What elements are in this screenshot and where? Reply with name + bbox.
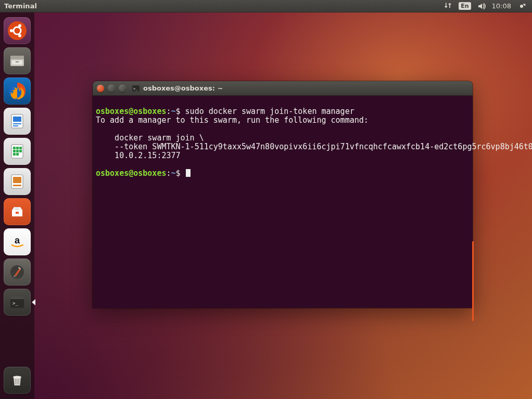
ubuntu-logo-icon [7,20,28,41]
svg-text:a: a [15,235,20,246]
svg-rect-25 [13,185,21,186]
svg-text:>_: >_ [133,87,138,91]
svg-rect-15 [13,147,16,149]
svg-rect-13 [13,125,18,126]
prompt-userhost: osboxes@osboxes [96,107,166,116]
svg-rect-18 [13,150,16,152]
terminal-window[interactable]: >_ osboxes@osboxes: ~ osboxes@osboxes:~$… [93,81,473,308]
launcher-amazon[interactable]: a [4,228,31,255]
settings-icon [8,263,27,281]
output-line: 10.0.2.15:2377 [96,151,181,160]
terminal-titlebar[interactable]: >_ osboxes@osboxes: ~ [93,81,473,96]
svg-rect-20 [19,150,22,152]
prompt-path: ~ [171,169,176,178]
trash-icon [8,371,27,390]
prompt-path: ~ [171,107,176,116]
terminal-cursor [186,169,191,177]
svg-rect-16 [16,147,19,149]
svg-point-32 [13,376,21,379]
firefox-icon [7,81,28,101]
window-maximize-button[interactable] [119,85,126,92]
svg-rect-35 [18,379,19,384]
top-panel: Terminal En 10:08 [0,0,532,12]
terminal-icon: >_ [8,293,27,312]
output-line: To add a manager to this swarm, run the … [96,115,369,125]
system-menu-icon[interactable] [514,0,529,12]
svg-rect-17 [19,147,22,149]
terminal-scroll-indicator [472,241,474,321]
files-icon [8,52,27,70]
prompt-userhost: osboxes@osboxes [96,169,166,178]
svg-rect-6 [10,56,24,59]
svg-rect-30 [10,297,24,299]
svg-rect-11 [13,117,21,122]
svg-text:>_: >_ [12,301,18,306]
network-indicator-icon[interactable] [441,0,455,12]
terminal-window-title: osboxes@osboxes: ~ [143,84,223,92]
svg-point-3 [18,24,21,28]
svg-point-4 [18,34,21,37]
svg-rect-34 [17,379,18,384]
launcher: a >_ [0,12,34,399]
launcher-writer[interactable] [4,108,31,135]
output-line: --token SWMTKN-1-511cy9taxx5w47n80vopivx… [96,142,532,151]
svg-rect-22 [16,153,19,156]
launcher-firefox[interactable] [4,78,31,105]
output-line: docker swarm join \ [96,133,204,143]
svg-rect-8 [16,61,19,62]
launcher-settings[interactable] [4,259,31,286]
window-close-button[interactable] [97,85,104,92]
svg-rect-19 [16,150,19,152]
svg-rect-21 [13,153,16,156]
launcher-calc[interactable] [4,138,31,165]
svg-rect-24 [13,177,21,183]
svg-point-2 [10,29,13,32]
software-icon [8,202,27,221]
clock[interactable]: 10:08 [489,0,514,12]
amazon-icon: a [8,233,26,251]
launcher-trash[interactable] [4,367,31,394]
terminal-body[interactable]: osboxes@osboxes:~$ sudo docker swarm joi… [93,96,473,308]
impress-icon [8,172,27,191]
language-indicator[interactable]: En [459,2,471,10]
launcher-impress[interactable] [4,168,31,195]
writer-icon [8,112,27,131]
launcher-dash[interactable] [4,17,31,44]
terminal-titlebar-icon: >_ [132,84,140,93]
launcher-terminal[interactable]: >_ [4,289,31,316]
launcher-software[interactable] [4,198,31,225]
sound-indicator-icon[interactable] [474,0,489,12]
calc-icon [8,142,27,161]
launcher-files[interactable] [4,47,31,74]
svg-rect-12 [13,123,21,124]
window-minimize-button[interactable] [108,85,115,92]
svg-rect-33 [15,379,16,384]
svg-rect-26 [16,212,19,214]
active-app-title: Terminal [4,2,37,10]
command-1: sudo docker swarm join-token manager [185,107,354,116]
